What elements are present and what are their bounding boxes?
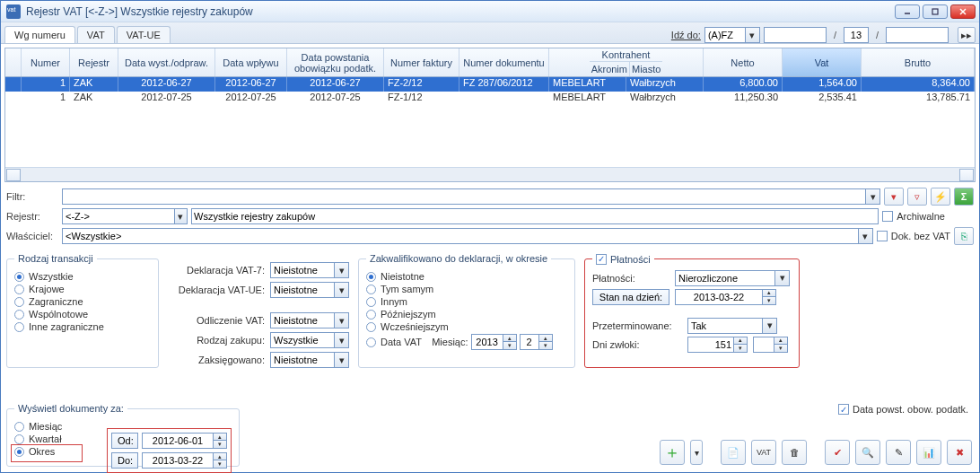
filter-combo[interactable]: ▾ (62, 188, 880, 205)
radio-późniejszym[interactable]: Późniejszym (366, 309, 567, 320)
wyswietl-dokumenty-group: Wyświetl dokumenty za: MiesiącKwartałOkr… (6, 403, 240, 467)
add-menu-button[interactable]: ▾ (690, 440, 703, 465)
window-title: Rejestr VAT [<-Z->] Wszystkie rejestry z… (26, 5, 895, 18)
wlasciciel-label: Właściciel: (6, 231, 58, 241)
filters-panel: Filtr: ▾ Rejestr: ▾ Archiwalne Właścicie… (1, 186, 979, 253)
stan-date[interactable]: ▴▾ (675, 289, 776, 305)
radio-okres[interactable]: Okres (14, 446, 86, 457)
dokbezvat-checkbox[interactable]: Dok. bez VAT (877, 231, 950, 241)
rejestr-label: Rejestr: (6, 211, 58, 222)
goto-field-1[interactable] (764, 27, 827, 43)
close-button[interactable] (950, 4, 976, 19)
tab-vat-ue[interactable]: VAT-UE (117, 26, 171, 43)
wlasciciel-combo[interactable]: ▾ (62, 228, 873, 244)
data-powst-checkbox[interactable]: ✓Data powst. obow. podatk. (838, 404, 968, 415)
do-date[interactable]: ▴▾ (142, 452, 227, 469)
radio-wcześniejszym[interactable]: Wcześniejszym (366, 321, 567, 332)
platnosci-combo[interactable]: ▾ (675, 270, 790, 286)
radio-nieistotne[interactable]: Nieistotne (366, 271, 567, 282)
dni-zwloki-2[interactable]: ▴▾ (753, 337, 788, 353)
filter-label: Filtr: (6, 191, 58, 202)
sum-button[interactable] (954, 188, 974, 206)
svg-rect-1 (932, 9, 938, 14)
tab-vat[interactable]: VAT (77, 26, 115, 43)
preview-button[interactable]: 🔍 (855, 440, 880, 465)
filter-build-button[interactable] (907, 188, 927, 206)
przeterminowane-combo[interactable]: ▾ (687, 318, 777, 334)
rodzaj-transakcji-group: Rodzaj transakcji WszystkieKrajoweZagran… (6, 253, 159, 368)
rodzaj-zakupu[interactable]: ▾ (270, 332, 349, 348)
zakwalifikowano-group: Zakwalifikowano do deklaracji, w okresie… (358, 253, 575, 368)
scroll-right-icon[interactable] (959, 169, 974, 181)
tabbar: Wg numeru VAT VAT-UE Idź do: ▾ / / ▸▸ (1, 22, 979, 44)
goto-combo[interactable]: ▾ (704, 27, 760, 43)
radio-krajowe[interactable]: Krajowe (14, 284, 151, 294)
radio-tym-samym[interactable]: Tym samym (366, 284, 567, 294)
table-row[interactable]: 1ZAK2012-07-252012-07-252012-07-25FZ-1/1… (5, 92, 975, 106)
chevron-down-icon[interactable]: ▾ (865, 189, 879, 204)
minimize-button[interactable] (895, 4, 920, 19)
filter-input[interactable] (63, 189, 865, 204)
goto-input[interactable] (705, 28, 745, 42)
platnosci-group: ✓Płatności Płatności:▾ Stan na dzień: ▴▾… (584, 253, 800, 368)
radio-zagraniczne[interactable]: Zagraniczne (14, 296, 151, 307)
dni-zwloki[interactable]: ▴▾ (687, 337, 748, 353)
radio-inne-zagraniczne[interactable]: Inne zagraniczne (14, 321, 151, 332)
do-button[interactable]: Do: (111, 452, 138, 469)
edit-button[interactable]: ✎ (886, 440, 911, 465)
trash-button[interactable]: 🗑 (782, 440, 807, 465)
archiwalne-checkbox[interactable]: Archiwalne (882, 211, 945, 222)
radio-wszystkie[interactable]: Wszystkie (14, 271, 151, 282)
platnosci-checkbox[interactable]: ✓Płatności (596, 254, 651, 265)
maximize-button[interactable] (923, 4, 948, 19)
doc-button[interactable]: 📄 (721, 440, 746, 465)
goto-next-button[interactable]: ▸▸ (958, 27, 976, 43)
tab-wg-numeru[interactable]: Wg numeru (4, 26, 75, 43)
chart-button[interactable]: 📊 (916, 440, 941, 465)
toolbar: ＋ ▾ 📄 VAT 🗑 ✔ 🔍 ✎ 📊 ✖ (660, 440, 972, 465)
chevron-down-icon[interactable]: ▾ (745, 28, 759, 42)
odliczenie-vat[interactable]: ▾ (270, 312, 349, 328)
data-grid[interactable]: Numer Rejestr Data wyst./odpraw. Data wp… (4, 48, 976, 182)
rejestr-desc (191, 208, 879, 224)
zakw-rok[interactable]: ▴▾ (471, 334, 517, 350)
goto-label: Idź do: (671, 30, 701, 40)
deklaracje-group: Deklaracja VAT-7:▾ Deklaracja VAT-UE:▾ O… (168, 253, 349, 368)
confirm-button[interactable]: ✔ (825, 440, 850, 465)
vat-button[interactable]: VAT (751, 440, 776, 465)
zaksiegowano[interactable]: ▾ (270, 352, 349, 368)
stan-na-dzien-button[interactable]: Stan na dzień: (592, 289, 669, 305)
app-icon (6, 4, 21, 19)
radio-innym[interactable]: Innym (366, 296, 567, 307)
radio-kwartał[interactable]: Kwartał (14, 434, 86, 444)
radio-miesiąc[interactable]: Miesiąc (14, 421, 86, 432)
grid-scrollbar[interactable] (5, 167, 975, 181)
table-row[interactable]: 1ZAK2012-06-272012-06-272012-06-27FZ-2/1… (5, 77, 975, 92)
filter-apply-button[interactable] (884, 188, 904, 206)
add-button[interactable]: ＋ (660, 440, 685, 465)
filter-action-button[interactable] (931, 188, 950, 206)
cancel-button[interactable]: ✖ (947, 440, 972, 465)
radio-data-vat[interactable]: Data VAT Miesiąc: ▴▾ ▴▾ (366, 334, 567, 350)
dekl-vat7[interactable]: ▾ (270, 262, 349, 278)
dekl-vatue[interactable]: ▾ (270, 282, 349, 298)
extra-button[interactable]: ⎘ (954, 227, 974, 245)
rejestr-combo[interactable]: ▾ (62, 208, 188, 224)
goto-field-2[interactable] (886, 27, 949, 43)
goto-page[interactable] (844, 27, 869, 43)
grid-header: Numer Rejestr Data wyst./odpraw. Data wp… (5, 48, 975, 77)
radio-wspólnotowe[interactable]: Wspólnotowe (14, 309, 151, 320)
zakw-nr[interactable]: ▴▾ (520, 334, 553, 350)
od-date[interactable]: ▴▾ (142, 433, 227, 449)
od-button[interactable]: Od: (111, 433, 138, 449)
scroll-left-icon[interactable] (6, 169, 21, 181)
titlebar: Rejestr VAT [<-Z->] Wszystkie rejestry z… (1, 1, 979, 22)
